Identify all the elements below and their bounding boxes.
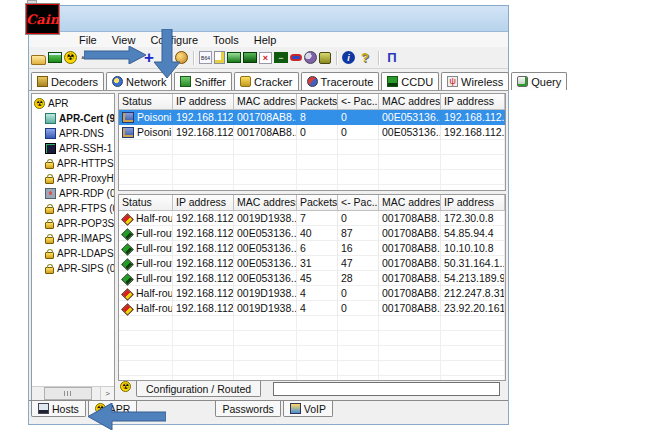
tree-item-apr-imaps-0[interactable]: APR-IMAPS (0) — [32, 231, 114, 246]
tree-item-apr-ssh-1-0[interactable]: APR-SSH-1 (0) — [32, 141, 114, 156]
column-header[interactable]: MAC address — [379, 195, 441, 210]
network-tab-icon — [112, 76, 123, 87]
tab-traceroute[interactable]: Traceroute — [301, 72, 380, 90]
menu-help[interactable]: Help — [254, 34, 277, 46]
info-button[interactable]: i — [342, 51, 355, 64]
tree-item-apr[interactable]: APR — [32, 96, 114, 111]
tree-item-apr-ftps-0[interactable]: APR-FTPS (0) — [32, 201, 114, 216]
table-row[interactable]: Full-routing192.168.112...00E053136...40… — [119, 226, 505, 241]
cell: Full-routing — [119, 271, 173, 286]
table-row[interactable]: Poisoning192.168.112...001708AB8...0000E… — [119, 125, 505, 140]
cell: 7 — [297, 211, 338, 226]
tree-item-apr-cert-92[interactable]: APR-Cert (92) — [32, 111, 114, 126]
column-header[interactable]: MAC address — [234, 94, 297, 109]
tab-bar: DecodersNetworkSnifferCrackerTracerouteC… — [29, 69, 508, 91]
cell: 28 — [338, 271, 379, 286]
cell: Poisoning — [119, 125, 173, 140]
table-row[interactable]: Full-routing192.168.112...00E053136...31… — [119, 256, 505, 271]
bottom-tab-voip[interactable]: VoIP — [283, 401, 333, 417]
cell: 0 — [338, 125, 379, 140]
rdp-session-icon[interactable] — [290, 54, 302, 61]
tree-item-apr-dns[interactable]: APR-DNS — [32, 126, 114, 141]
bottom-tab-label: Passwords — [222, 403, 273, 415]
tree-item-apr-sips-0[interactable]: APR-SIPS (0) — [32, 261, 114, 276]
tree-item-apr-pop3s-0[interactable]: APR-POP3S (0) — [32, 216, 114, 231]
tree-item-apr-https-0[interactable]: APR-HTTPS (0) — [32, 156, 114, 171]
tab-cracker[interactable]: Cracker — [234, 72, 299, 90]
cell: 192.168.112... — [173, 125, 234, 140]
column-header[interactable]: IP address — [173, 94, 234, 109]
cell: Full-routing — [119, 226, 173, 241]
traceroute-tab-icon — [307, 76, 318, 87]
menu-view[interactable]: View — [112, 34, 136, 46]
help-button[interactable]: ? — [357, 50, 373, 66]
search-icon[interactable] — [319, 52, 331, 64]
column-header[interactable]: MAC address — [234, 195, 297, 210]
table-row[interactable]: Half-routi...192.168.112...0019D1938...4… — [119, 286, 505, 301]
cell: 10.10.10.8 — [441, 241, 505, 256]
network-adapter-icon[interactable] — [48, 52, 62, 63]
spheres-icon[interactable] — [304, 51, 317, 64]
sniffer-tab-icon — [180, 76, 191, 87]
tree-item-label: APR-LDAPS (0) — [57, 248, 114, 259]
open-folder-icon[interactable] — [31, 55, 46, 65]
table-row[interactable]: Poisoning192.168.112...001708AB8...8000E… — [119, 110, 505, 125]
column-header[interactable]: IP address — [173, 195, 234, 210]
scrollbar-right-arrow[interactable]: > — [100, 387, 114, 400]
title-bar[interactable]: Cain — [29, 6, 508, 32]
base64-icon[interactable]: B64 — [199, 51, 212, 64]
cell: 001708AB8... — [379, 211, 441, 226]
column-header[interactable]: IP address — [441, 94, 505, 109]
column-header[interactable]: Status — [119, 195, 173, 210]
tab-sniffer[interactable]: Sniffer — [174, 72, 232, 90]
column-header[interactable]: Status — [119, 94, 173, 109]
tab-ccdu[interactable]: CCDU — [381, 72, 439, 90]
full-status-icon — [121, 258, 134, 271]
tab-configuration-routed[interactable]: Configuration / Routed — [136, 381, 261, 397]
delete-icon[interactable]: × — [259, 52, 272, 64]
chart-icon[interactable] — [227, 52, 241, 63]
menu-file[interactable]: File — [79, 34, 97, 46]
column-header[interactable]: <- Pac... — [338, 195, 379, 210]
lock-icon — [45, 207, 54, 214]
table-row[interactable]: Half-routi...192.168.112...0019D1938...4… — [119, 301, 505, 316]
table-body: Half-routi...192.168.112...0019D1938...7… — [119, 211, 505, 380]
lock-icon — [45, 237, 54, 244]
table-row[interactable]: Full-routing192.168.112...00E053136...61… — [119, 241, 505, 256]
tab-label: CCDU — [401, 76, 433, 88]
tree-item-apr-rdp-0[interactable]: APR-RDP (0) — [32, 186, 114, 201]
exit-button[interactable]: Π — [384, 50, 400, 66]
column-header[interactable]: MAC address — [379, 94, 441, 109]
menu-tools[interactable]: Tools — [213, 34, 239, 46]
tree-item-apr-ldaps-0[interactable]: APR-LDAPS (0) — [32, 246, 114, 261]
cell: 212.247.8.31 — [441, 286, 505, 301]
tab-decoders[interactable]: Decoders — [31, 72, 104, 90]
column-header[interactable]: <- Pac... — [338, 94, 379, 109]
bottom-tab-passwords[interactable]: Passwords — [215, 401, 280, 417]
tree-item-apr-proxyhttps[interactable]: APR-ProxyHTTPS — [32, 171, 114, 186]
tree-item-label: APR-SSH-1 (0) — [59, 143, 114, 154]
bottom-tab-hosts[interactable]: Hosts — [31, 401, 86, 417]
column-header[interactable]: Packets... — [297, 94, 338, 109]
tab-wireless[interactable]: Wireless — [441, 72, 509, 90]
tree-horizontal-scrollbar[interactable]: > — [32, 386, 114, 400]
scrollbar-thumb[interactable] — [44, 387, 92, 400]
table-row[interactable]: Half-routi...192.168.112...0019D1938...7… — [119, 211, 505, 226]
console-icon[interactable]: − — [274, 52, 288, 63]
tree-item-label: APR-DNS — [59, 128, 104, 139]
chart-alt-icon[interactable] — [243, 52, 257, 63]
lock-icon — [45, 252, 54, 259]
apr-tree-panel: APRAPR-Cert (92)APR-DNSAPR-SSH-1 (0)APR-… — [31, 93, 115, 401]
key-file-icon[interactable] — [214, 51, 225, 64]
full-status-icon — [121, 228, 134, 241]
column-header[interactable]: Packets... — [297, 195, 338, 210]
table-row[interactable]: Full-routing192.168.112...00E053136...45… — [119, 271, 505, 286]
wireless-tab-icon — [447, 76, 458, 87]
table-header-row: StatusIP addressMAC addressPackets...<- … — [119, 195, 505, 211]
start-apr-radioactive-icon[interactable] — [64, 51, 77, 64]
cell: 001708AB8... — [234, 125, 297, 140]
column-header[interactable]: IP address — [441, 195, 505, 210]
bottom-tab-label: VoIP — [304, 403, 326, 415]
tab-query[interactable]: Query — [511, 72, 567, 90]
radioactive-icon — [120, 381, 131, 392]
